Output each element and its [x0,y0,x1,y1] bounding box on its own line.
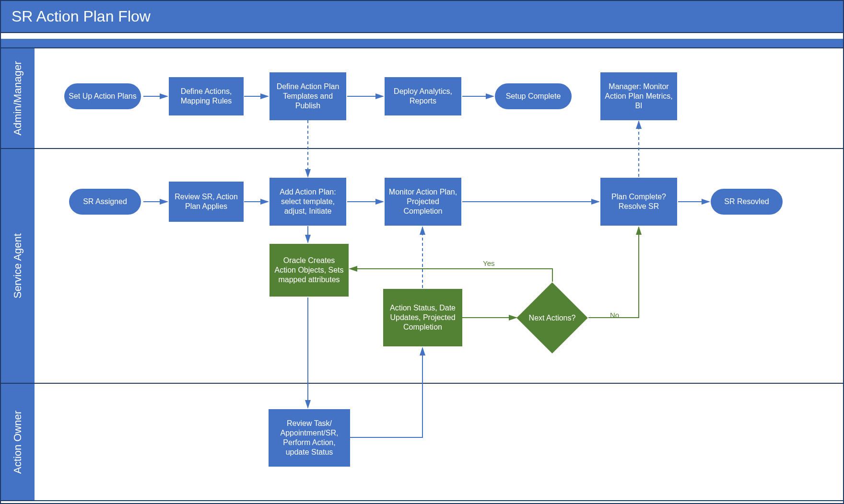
node-sr-resolved: SR Resovled [711,189,783,215]
lane-label-admin: Admin/Manager [12,61,24,135]
diagram-title: SR Action Plan Flow [12,8,151,25]
node-monitor-plan: Monitor Action Plan, Projected Completio… [385,178,461,226]
text-sr-resolved: SR Resovled [724,197,769,206]
text-add-action-plan: Add Action Plan: select template, adjust… [273,187,342,216]
lane-head-owner: Action Owner [1,384,35,500]
text-manager-monitor: Manager: Monitor Action Plan Metrics, BI [604,82,673,111]
node-plan-complete: Plan Complete? Resolve SR [600,178,677,226]
text-action-status: Action Status, Date Updates, Projected C… [387,303,458,332]
node-next-actions-decision: Next Actions? [527,293,577,343]
text-sr-assigned: SR Assigned [83,197,127,206]
node-add-action-plan: Add Action Plan: select template, adjust… [270,178,346,226]
node-manager-monitor: Manager: Monitor Action Plan Metrics, BI [600,72,677,120]
text-deploy-analytics: Deploy Analytics, Reports [388,87,457,106]
text-oracle-creates: Oracle Creates Action Objects, Sets mapp… [273,256,345,285]
edge-label-yes: Yes [483,259,494,267]
title-sub-bar [1,39,843,48]
text-monitor-plan: Monitor Action Plan, Projected Completio… [388,187,457,216]
text-setup-complete: Setup Complete [506,92,561,101]
lane-owner: Action Owner [1,384,843,501]
node-define-templates: Define Action Plan Templates and Publish [270,72,346,120]
node-action-status: Action Status, Date Updates, Projected C… [383,289,462,346]
text-review-task: Review Task/ Appointment/SR, Perform Act… [272,419,346,457]
lane-label-agent: Service Agent [12,233,24,298]
diagram-frame: SR Action Plan Flow Admin/Manager Servic… [0,0,844,504]
node-review-sr: Review SR, Action Plan Applies [169,182,244,222]
node-oracle-creates: Oracle Creates Action Objects, Sets mapp… [270,244,349,297]
swimlanes: Admin/Manager Service Agent Action Owner [1,48,843,501]
title-bar: SR Action Plan Flow [1,1,843,33]
text-next-actions: Next Actions? [527,293,577,343]
node-deploy-analytics: Deploy Analytics, Reports [385,77,461,115]
edge-label-no: No [610,311,619,319]
lane-head-admin: Admin/Manager [1,48,35,148]
lane-label-owner: Action Owner [12,410,24,473]
node-setup-action-plans: Set Up Action Plans [64,83,141,109]
text-review-sr: Review SR, Action Plan Applies [173,192,240,211]
lane-body-owner [35,384,843,500]
text-define-actions: Define Actions, Mapping Rules [173,87,240,106]
text-define-templates: Define Action Plan Templates and Publish [273,82,342,111]
text-plan-complete: Plan Complete? Resolve SR [604,192,673,211]
lane-head-agent: Service Agent [1,149,35,383]
node-review-task: Review Task/ Appointment/SR, Perform Act… [269,409,350,467]
text-setup-action-plans: Set Up Action Plans [69,92,136,101]
node-define-actions: Define Actions, Mapping Rules [169,77,244,115]
node-sr-assigned: SR Assigned [69,189,141,215]
node-setup-complete: Setup Complete [495,83,572,109]
